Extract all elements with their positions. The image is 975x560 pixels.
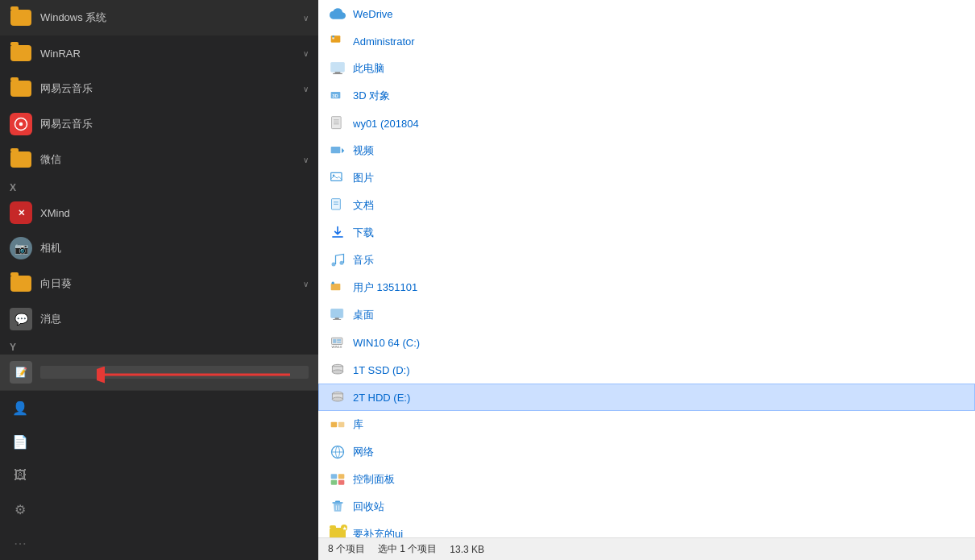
status-selected: 选中 1 个项目 xyxy=(378,542,437,556)
file-item-wy01[interactable]: wy01 (201804 xyxy=(318,110,975,137)
sidebar-item-netease-app[interactable]: 网易云音乐 xyxy=(0,106,318,142)
svg-point-40 xyxy=(332,370,342,374)
file-name-3d: 3D 对象 xyxy=(353,89,390,103)
file-item-2thdd[interactable]: 2T HDD (E:) xyxy=(318,384,975,411)
sidebar-label-xiaoxi: 消息 xyxy=(40,312,309,326)
sidebar-item-winrar[interactable]: WinRAR ∨ xyxy=(0,35,318,71)
file-item-network[interactable]: 网络 xyxy=(318,438,975,466)
bottom-icon-settings[interactable]: ⚙ xyxy=(0,492,318,526)
svg-rect-36 xyxy=(337,342,341,343)
icon-video xyxy=(329,142,346,160)
bottom-icon-document[interactable]: 📄 xyxy=(0,425,318,458)
svg-rect-20 xyxy=(331,172,342,180)
file-item-desktop[interactable]: 桌面 xyxy=(318,301,975,329)
svg-point-29 xyxy=(332,282,334,284)
file-item-wedrive[interactable]: WeDrive xyxy=(318,0,975,27)
svg-rect-48 xyxy=(331,474,338,479)
file-name-video: 视频 xyxy=(353,143,374,158)
icon-torepair: ★ xyxy=(329,525,346,537)
svg-point-26 xyxy=(332,263,336,267)
icon-controlpanel xyxy=(329,471,346,488)
sidebar-label-weixin: 微信 xyxy=(40,152,300,167)
svg-rect-49 xyxy=(338,474,345,479)
app-icon-youdao-special: 📝 xyxy=(10,361,32,384)
status-size: 13.3 KB xyxy=(450,544,484,555)
icon-music xyxy=(329,251,346,269)
file-name-controlpanel: 控制面板 xyxy=(353,472,395,487)
file-list[interactable]: WeDrive Administrator 此电脑 xyxy=(318,0,975,537)
document-icon: 📄 xyxy=(11,433,29,450)
svg-rect-50 xyxy=(331,480,338,485)
sidebar-item-windows[interactable]: Windows 系统 ∨ xyxy=(0,0,318,35)
file-item-library[interactable]: 库 xyxy=(318,411,975,438)
app-icon-netease xyxy=(10,113,32,135)
file-item-pictures[interactable]: 图片 xyxy=(318,164,975,192)
icon-library xyxy=(329,416,346,433)
svg-rect-34 xyxy=(333,339,336,343)
folder-icon-winrar xyxy=(10,42,32,64)
svg-rect-28 xyxy=(331,284,341,290)
folder-icon-weixin xyxy=(10,148,32,171)
file-item-download[interactable]: 下载 xyxy=(318,219,975,247)
file-item-1tssd[interactable]: 1T SSD (D:) xyxy=(318,356,975,384)
chevron-icon-xiangrikui: ∨ xyxy=(303,280,309,288)
svg-point-43 xyxy=(332,397,342,401)
sidebar-item-camera[interactable]: 📷 相机 xyxy=(0,230,318,266)
sidebar: Windows 系统 ∨ WinRAR ∨ 网易云音乐 ∨ xyxy=(0,0,318,560)
message-icon: 💬 xyxy=(10,308,32,330)
icon-recycle xyxy=(329,498,346,516)
sidebar-item-netease-folder[interactable]: 网易云音乐 ∨ xyxy=(0,71,318,106)
file-item-recycle[interactable]: 回收站 xyxy=(318,493,975,521)
sidebar-item-xmind[interactable]: ✕ XMind xyxy=(0,195,318,230)
file-name-library: 库 xyxy=(353,417,363,432)
chevron-icon-weixin: ∨ xyxy=(303,156,309,164)
svg-text:3D: 3D xyxy=(332,93,338,98)
right-panel: WeDrive Administrator 此电脑 xyxy=(318,0,975,560)
sidebar-label-windows: Windows 系统 xyxy=(40,10,300,25)
svg-rect-18 xyxy=(331,147,341,153)
file-item-torepair[interactable]: ★ 要补充的ui xyxy=(318,521,975,537)
svg-rect-31 xyxy=(335,317,339,319)
folder-icon-windows xyxy=(10,6,32,29)
icon-network xyxy=(329,443,346,461)
sidebar-list[interactable]: Windows 系统 ∨ WinRAR ∨ 网易云音乐 ∨ xyxy=(0,0,318,390)
file-item-administrator[interactable]: Administrator xyxy=(318,27,975,55)
bottom-icon-extra[interactable]: ⋯ xyxy=(0,526,318,560)
file-item-win10c[interactable]: WIN10 WIN10 64 (C:) xyxy=(318,329,975,356)
file-item-controlpanel[interactable]: 控制面板 xyxy=(318,466,975,493)
app-icon-camera-container: 📷 xyxy=(10,237,32,259)
file-name-network: 网络 xyxy=(353,445,374,459)
sidebar-label-netease-folder: 网易云音乐 xyxy=(40,81,300,96)
svg-rect-11 xyxy=(333,73,342,74)
icon-wy01 xyxy=(329,114,346,132)
icon-2thdd xyxy=(329,388,346,406)
file-item-video[interactable]: 视频 xyxy=(318,137,975,164)
chevron-icon-winrar: ∨ xyxy=(303,49,309,58)
file-name-wedrive: WeDrive xyxy=(353,8,393,20)
file-name-desktop: 桌面 xyxy=(353,308,374,322)
file-name-torepair: 要补充的ui xyxy=(353,527,403,537)
icon-administrator xyxy=(329,32,346,50)
sidebar-item-weixin[interactable]: 微信 ∨ xyxy=(0,142,318,177)
svg-rect-9 xyxy=(331,63,345,73)
file-name-music: 音乐 xyxy=(353,253,374,268)
netease-icon xyxy=(10,113,32,135)
section-label-x: X xyxy=(0,177,318,195)
sidebar-item-xiaoxi[interactable]: 💬 消息 xyxy=(0,301,318,337)
folder-icon-netease xyxy=(10,77,32,100)
bottom-icon-user[interactable]: 👤 xyxy=(0,391,318,425)
icon-1tssd xyxy=(329,361,346,379)
sidebar-label-netease-app: 网易云音乐 xyxy=(40,117,309,131)
file-item-thispc[interactable]: 此电脑 xyxy=(318,55,975,82)
file-name-2thdd: 2T HDD (E:) xyxy=(353,392,410,404)
file-item-3d[interactable]: 3D 3D 对象 xyxy=(318,82,975,110)
extra-icon: ⋯ xyxy=(11,534,29,552)
sidebar-label-xmind: XMind xyxy=(40,207,309,219)
file-item-music[interactable]: 音乐 xyxy=(318,247,975,274)
sidebar-item-xiangrikui[interactable]: 向日葵 ∨ xyxy=(0,266,318,301)
file-item-documents[interactable]: 文档 xyxy=(318,192,975,219)
file-item-user13[interactable]: 用户 1351101 xyxy=(318,274,975,301)
bottom-icon-image[interactable]: 🖼 xyxy=(0,458,318,492)
file-name-download: 下载 xyxy=(353,226,374,240)
sidebar-item-youdao-special[interactable]: 📝 xyxy=(0,355,318,390)
